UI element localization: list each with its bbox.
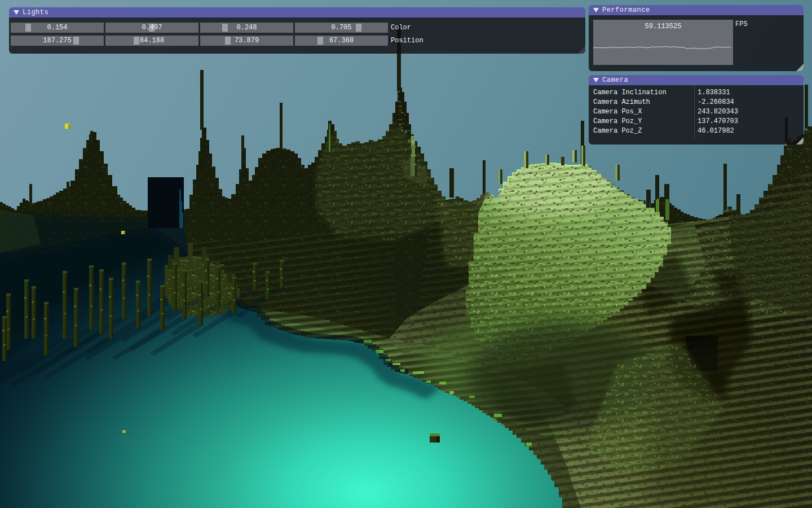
svg-text:59.113525: 59.113525 [645, 23, 682, 30]
